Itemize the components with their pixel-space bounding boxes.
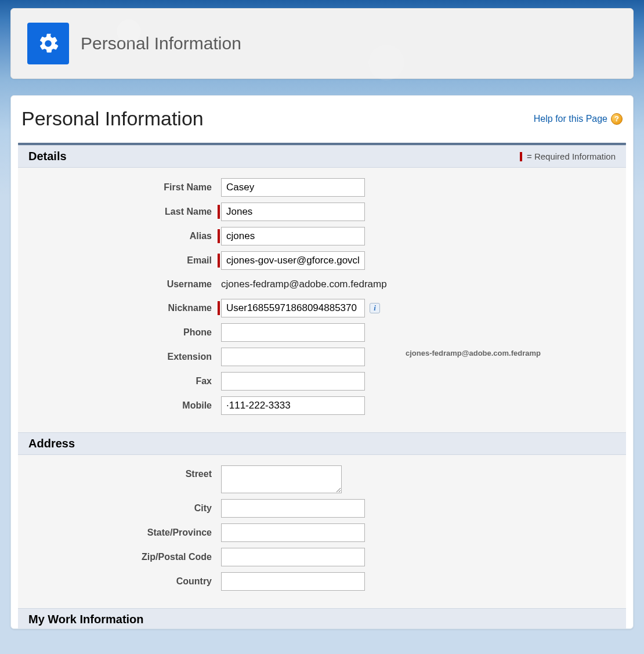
state-input[interactable] xyxy=(221,523,365,542)
label-email: Email xyxy=(18,255,221,266)
main-card: Personal Information Help for this Page … xyxy=(10,95,634,629)
zip-input[interactable] xyxy=(221,548,365,566)
page-header-card: Personal Information xyxy=(10,8,634,79)
first-name-input[interactable] xyxy=(221,178,365,197)
country-input[interactable] xyxy=(221,572,365,591)
section-title-work: My Work Information xyxy=(28,613,144,626)
scroll-area[interactable]: Personal Information Help for this Page … xyxy=(11,96,633,628)
help-icon: ? xyxy=(611,113,623,125)
label-first-name: First Name xyxy=(18,182,221,193)
section-header-details: Details = Required Information xyxy=(18,145,626,168)
required-bar-icon xyxy=(520,152,522,161)
details-form: First Name Last Name Alias Email xyxy=(18,168,626,432)
label-fax: Fax xyxy=(18,376,221,386)
section-title-details: Details xyxy=(28,150,67,163)
extension-tooltip: cjones-fedramp@adobe.com.fedramp xyxy=(406,349,541,357)
section-header-work: My Work Information xyxy=(18,608,626,628)
username-value: cjones-fedramp@adobe.com.fedramp xyxy=(221,279,387,290)
label-last-name: Last Name xyxy=(18,207,221,217)
nickname-input[interactable] xyxy=(221,299,365,317)
page-title: Personal Information xyxy=(21,107,204,130)
label-country: Country xyxy=(18,576,221,587)
required-legend: = Required Information xyxy=(520,151,616,161)
required-legend-text: = Required Information xyxy=(527,151,616,161)
label-extension: Extension xyxy=(18,352,221,362)
gear-icon xyxy=(27,23,69,64)
section-header-address: Address xyxy=(18,432,626,455)
street-input[interactable] xyxy=(221,465,342,493)
header-title: Personal Information xyxy=(81,34,241,53)
label-state: State/Province xyxy=(18,527,221,538)
label-city: City xyxy=(18,503,221,514)
label-mobile: Mobile xyxy=(18,400,221,411)
phone-input[interactable] xyxy=(221,323,365,342)
info-icon[interactable]: i xyxy=(370,303,380,313)
mobile-input[interactable] xyxy=(221,396,365,415)
section-title-address: Address xyxy=(28,437,75,450)
last-name-input[interactable] xyxy=(221,203,365,221)
label-nickname: Nickname xyxy=(18,303,221,313)
city-input[interactable] xyxy=(221,499,365,518)
label-zip: Zip/Postal Code xyxy=(18,552,221,562)
alias-input[interactable] xyxy=(221,227,365,245)
extension-input[interactable] xyxy=(221,348,365,366)
label-phone: Phone xyxy=(18,327,221,338)
label-alias: Alias xyxy=(18,231,221,241)
fax-input[interactable] xyxy=(221,372,365,391)
email-input[interactable] xyxy=(221,251,365,270)
address-form: Street City State/Province Zip/Postal Co… xyxy=(18,455,626,608)
label-username: Username xyxy=(18,279,221,290)
label-street: Street xyxy=(18,465,221,479)
help-link[interactable]: Help for this Page ? xyxy=(534,113,623,125)
help-link-label: Help for this Page xyxy=(534,114,607,124)
